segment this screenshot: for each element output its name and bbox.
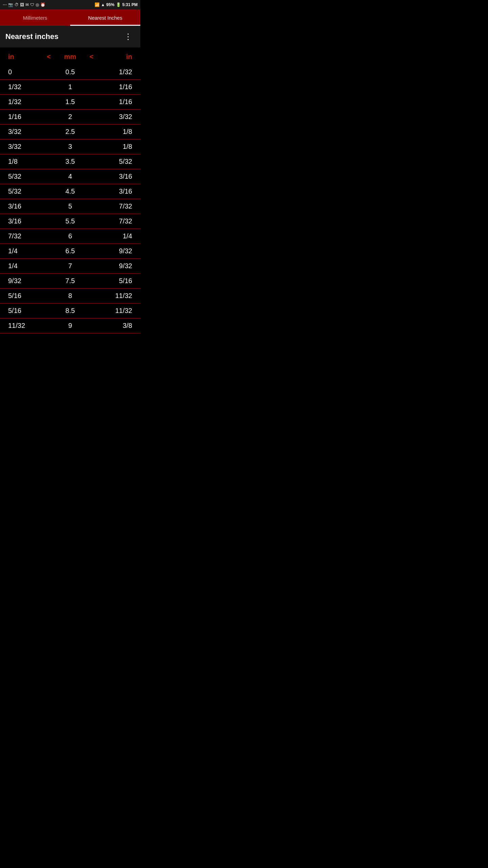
table-row: 5/32 4.5 3/16 — [0, 184, 140, 199]
overflow-menu-button[interactable]: ⋮ — [121, 31, 135, 43]
col-header-arrow-left: < — [42, 53, 56, 61]
cell-in-left: 5/16 — [8, 292, 42, 300]
table-row: 1/4 7 9/32 — [0, 259, 140, 274]
email-icon: ✉ — [25, 2, 29, 7]
tab-nearest-inches[interactable]: Nearest Inches — [70, 9, 140, 26]
col-header-in-right: in — [98, 53, 132, 61]
cell-mm: 1 — [56, 83, 85, 91]
table-row: 1/32 1.5 1/16 — [0, 95, 140, 110]
alarm-icon: ⏰ — [40, 2, 45, 7]
cell-mm: 4 — [56, 173, 85, 180]
battery-icon: 🔋 — [116, 2, 121, 7]
cell-in-right: 5/16 — [98, 277, 132, 285]
table-row: 3/16 5.5 7/32 — [0, 214, 140, 229]
cell-mm: 9 — [56, 322, 85, 330]
overflow-icon: ⋯ — [3, 2, 7, 7]
galaxy-icon: ◎ — [36, 2, 39, 7]
cell-mm: 6 — [56, 232, 85, 240]
cell-in-right: 5/32 — [98, 158, 132, 165]
cell-mm: 6.5 — [56, 247, 85, 255]
cell-mm: 4.5 — [56, 188, 85, 195]
cell-in-left: 1/32 — [8, 98, 42, 106]
table-row: 3/32 3 1/8 — [0, 139, 140, 154]
cell-in-right: 9/32 — [98, 262, 132, 270]
cell-mm: 0.5 — [56, 68, 85, 76]
status-icons-left: ⋯ 📷 ⏱ 🖼 ✉ 🛡 ◎ ⏰ — [3, 2, 45, 7]
signal-icon: ▲ — [101, 2, 105, 7]
cell-mm: 2 — [56, 113, 85, 121]
column-headers: in < mm < in — [0, 50, 140, 63]
cell-in-left: 9/32 — [8, 277, 42, 285]
cell-in-left: 5/16 — [8, 307, 42, 315]
table-row: 9/32 7.5 5/16 — [0, 274, 140, 289]
table-row: 5/32 4 3/16 — [0, 169, 140, 184]
cell-in-left: 1/4 — [8, 262, 42, 270]
wifi-icon: 📶 — [95, 2, 100, 7]
cell-mm: 5.5 — [56, 217, 85, 225]
cell-in-right: 1/16 — [98, 98, 132, 106]
page-title: Nearest inches — [5, 32, 59, 41]
cell-in-right: 1/8 — [98, 128, 132, 136]
table-row: 3/16 5 7/32 — [0, 199, 140, 214]
cell-mm: 8 — [56, 292, 85, 300]
tab-bar: Millimeters Nearest Inches — [0, 9, 140, 26]
conversion-table: in < mm < in 0 0.5 1/32 1/32 1 1/16 1/32… — [0, 47, 140, 336]
cell-in-right: 7/32 — [98, 202, 132, 210]
cell-in-right: 1/16 — [98, 83, 132, 91]
cell-in-left: 5/32 — [8, 188, 42, 195]
cell-in-left: 3/32 — [8, 128, 42, 136]
status-icons-right: 📶 ▲ 95% 🔋 5:31 PM — [95, 2, 138, 7]
shield-icon: 🛡 — [30, 2, 34, 7]
cell-mm: 7 — [56, 262, 85, 270]
cell-in-left: 1/4 — [8, 247, 42, 255]
cell-in-right: 3/32 — [98, 113, 132, 121]
cell-in-right: 3/16 — [98, 188, 132, 195]
col-header-mm: mm — [56, 53, 85, 61]
cell-in-left: 7/32 — [8, 232, 42, 240]
table-row: 1/32 1 1/16 — [0, 80, 140, 95]
cell-mm: 3.5 — [56, 158, 85, 165]
cell-in-right: 1/8 — [98, 143, 132, 151]
table-row: 1/16 2 3/32 — [0, 110, 140, 124]
camera-icon: 📷 — [8, 2, 13, 7]
clock: 5:31 PM — [122, 2, 138, 7]
cell-in-left: 1/16 — [8, 113, 42, 121]
table-rows: 0 0.5 1/32 1/32 1 1/16 1/32 1.5 1/16 1/1… — [0, 65, 140, 333]
cell-in-right: 3/16 — [98, 173, 132, 180]
cell-mm: 8.5 — [56, 307, 85, 315]
cell-mm: 2.5 — [56, 128, 85, 136]
tab-millimeters[interactable]: Millimeters — [0, 9, 70, 26]
table-row: 7/32 6 1/4 — [0, 229, 140, 244]
cell-in-right: 11/32 — [98, 292, 132, 300]
table-row: 3/32 2.5 1/8 — [0, 124, 140, 139]
col-header-arrow-right: < — [85, 53, 98, 61]
cell-in-right: 7/32 — [98, 217, 132, 225]
battery-percentage: 95% — [106, 2, 115, 7]
cell-mm: 5 — [56, 202, 85, 210]
table-row: 5/16 8.5 11/32 — [0, 303, 140, 318]
cell-in-left: 3/16 — [8, 217, 42, 225]
cell-in-left: 5/32 — [8, 173, 42, 180]
col-header-in-left: in — [8, 53, 42, 61]
status-bar: ⋯ 📷 ⏱ 🖼 ✉ 🛡 ◎ ⏰ 📶 ▲ 95% 🔋 5:31 PM — [0, 0, 140, 9]
table-row: 11/32 9 3/8 — [0, 318, 140, 333]
cell-in-right: 1/4 — [98, 232, 132, 240]
cell-mm: 1.5 — [56, 98, 85, 106]
timer-icon: ⏱ — [15, 2, 19, 7]
page-header: Nearest inches ⋮ — [0, 26, 140, 47]
cell-in-right: 1/32 — [98, 68, 132, 76]
table-row: 0 0.5 1/32 — [0, 65, 140, 80]
cell-in-right: 3/8 — [98, 322, 132, 330]
cell-in-left: 1/32 — [8, 83, 42, 91]
cell-in-left: 3/16 — [8, 202, 42, 210]
cell-in-left: 11/32 — [8, 322, 42, 330]
cell-in-left: 1/8 — [8, 158, 42, 165]
cell-mm: 7.5 — [56, 277, 85, 285]
table-row: 1/8 3.5 5/32 — [0, 154, 140, 169]
cell-mm: 3 — [56, 143, 85, 151]
table-row: 5/16 8 11/32 — [0, 289, 140, 303]
cell-in-left: 0 — [8, 68, 42, 76]
cell-in-right: 11/32 — [98, 307, 132, 315]
cell-in-right: 9/32 — [98, 247, 132, 255]
image-icon: 🖼 — [20, 2, 24, 7]
